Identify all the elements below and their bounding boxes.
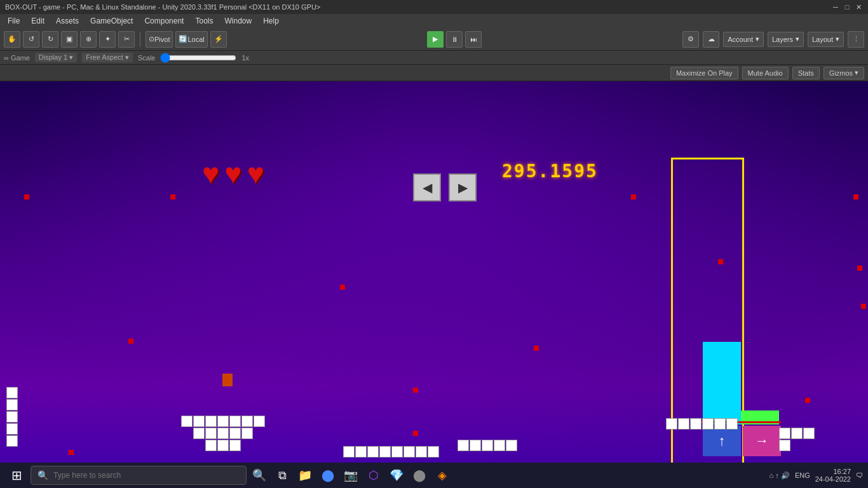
toolbar: ✋ ↺ ↻ ▣ ⊕ ✦ ✂ ⊙ Pivot 🔄 Local ⚡ ▶ ⏸ ⏭ ⚙ … [0,28,868,51]
near-column-platform [666,418,738,430]
menu-window[interactable]: Window [219,15,257,27]
game-viewport: ♥ ♥ ♥ 295.1595 ◀ ▶ ↑ → [0,81,868,463]
blue-arrow-block: ↑ [703,426,741,456]
red-dot [718,259,723,264]
search-input[interactable] [53,471,240,480]
taskbar-chrome-icon[interactable]: ⬤ [318,465,338,485]
title-bar: BOX-OUT - game - PC, Mac & Linux Standal… [0,0,868,14]
close-button[interactable]: ✕ [854,3,863,11]
red-dot [24,194,29,200]
score-display: 295.1595 [502,161,598,182]
play-button[interactable]: ▶ [427,31,444,48]
pause-button[interactable]: ⏸ [446,31,463,48]
game-bar: ∞ Game Display 1 ▾ Free Aspect ▾ Scale 1… [0,51,868,65]
arrow-left-button[interactable]: ◀ [413,173,441,201]
red-dot [861,304,866,309]
player-character [222,374,233,386]
stats-btn[interactable]: Stats [792,67,820,79]
search-icon: 🔍 [37,470,48,480]
cloud-button[interactable]: ☁ [703,31,719,48]
layout-dropdown[interactable]: Layout ▾ [808,32,844,47]
menu-tools[interactable]: Tools [190,15,218,27]
language-indicator: ENG [795,471,810,479]
bottom-center-platform [343,446,439,458]
taskbar-app1-icon[interactable]: ⬡ [363,465,384,485]
arrow-right-button[interactable]: ▶ [449,173,477,201]
aspect-selector[interactable]: Free Aspect ▾ [82,53,133,62]
gizmos-btn[interactable]: Gizmos ▾ [824,67,864,79]
menu-bar: File Edit Assets GameObject Component To… [0,14,868,28]
chevron-down-icon: ▾ [836,35,839,43]
menu-component[interactable]: Component [139,15,189,27]
red-dot [853,194,858,200]
chevron-down-icon: ▾ [756,35,759,43]
center-platform [181,416,265,451]
notification-icon[interactable]: 🗨 [856,471,863,479]
menu-edit[interactable]: Edit [26,15,50,27]
settings-button[interactable]: ⚙ [682,31,699,48]
toolbar-right: ⚙ ☁ Account ▾ Layers ▾ Layout ▾ ⋮ [682,31,864,48]
minimize-button[interactable]: ─ [831,3,840,11]
scale-label: Scale [138,54,156,62]
taskbar-search-icon[interactable]: 🔍 [249,465,269,485]
tool-redo[interactable]: ↻ [42,31,58,48]
heart-3: ♥ [247,159,264,188]
scene-right-controls: Maximize On Play Mute Audio Stats Gizmos… [670,67,864,79]
tool-move[interactable]: ⊕ [80,31,97,48]
menu-gameobject[interactable]: GameObject [85,15,138,27]
local-button[interactable]: 🔄 Local [175,31,207,48]
start-button[interactable]: ⊞ [5,464,28,487]
menu-assets[interactable]: Assets [51,15,84,27]
tool-undo[interactable]: ↺ [23,31,39,48]
more-button[interactable]: ⋮ [848,31,864,48]
platform-left [6,387,18,447]
window-controls: ─ □ ✕ [831,3,863,11]
heart-1: ♥ [202,159,219,188]
extra-button[interactable]: ⚡ [210,31,227,48]
taskbar-multitask-icon[interactable]: ⧉ [272,465,292,485]
scene-toolbar: Maximize On Play Mute Audio Stats Gizmos… [0,65,868,81]
red-dot [128,339,133,344]
pivot-button[interactable]: ⊙ Pivot [146,31,173,48]
maximize-button[interactable]: □ [843,3,851,11]
tool-rect[interactable]: ▣ [61,31,78,48]
game-canvas: ♥ ♥ ♥ 295.1595 ◀ ▶ ↑ → [0,81,868,463]
menu-help[interactable]: Help [258,15,284,27]
search-bar[interactable]: 🔍 [31,466,247,485]
taskbar-unity-icon[interactable]: ◈ [432,465,452,485]
taskbar-camera-icon[interactable]: 📷 [341,465,361,485]
display-selector[interactable]: Display 1 ▾ [35,53,77,62]
red-dot [413,388,418,393]
tool-hand[interactable]: ✋ [4,31,20,48]
separator-1 [140,32,140,47]
layers-dropdown[interactable]: Layers ▾ [768,32,804,47]
red-dot [69,450,74,455]
red-dot [170,194,175,200]
red-dot [413,431,418,436]
taskbar: ⊞ 🔍 🔍 ⧉ 📁 ⬤ 📷 ⬡ 💎 ⬤ ◈ ⌂ ↑ 🔊 ENG 16:27 24… [0,463,868,488]
account-dropdown[interactable]: Account ▾ [723,32,764,47]
maximize-on-play-btn[interactable]: Maximize On Play [670,67,738,79]
taskbar-explorer-icon[interactable]: 📁 [295,465,315,485]
local-icon: 🔄 [179,35,187,43]
cyan-block [703,342,741,424]
tool-rotate[interactable]: ✦ [99,31,116,48]
menu-file[interactable]: File [3,15,25,27]
game-tab-label[interactable]: ∞ Game [4,54,30,62]
scale-slider[interactable] [160,53,236,63]
red-dot [534,346,539,351]
taskbar-app3-icon[interactable]: ⬤ [409,465,430,485]
taskbar-app2-icon[interactable]: 💎 [386,465,407,485]
red-dot [340,285,345,290]
hearts-container: ♥ ♥ ♥ [202,159,264,188]
red-dot [805,398,810,403]
window-title: BOX-OUT - game - PC, Mac & Linux Standal… [5,3,831,11]
system-tray-icons: ⌂ ↑ 🔊 [770,471,790,480]
tool-scale[interactable]: ✂ [118,31,135,48]
mute-audio-btn[interactable]: Mute Audio [742,67,789,79]
chevron-down-icon: ▾ [796,35,799,43]
right-mid-platform [458,440,521,451]
taskbar-clock: 16:27 24-04-2022 [815,468,851,483]
step-button[interactable]: ⏭ [465,31,482,48]
red-dot [631,194,636,200]
